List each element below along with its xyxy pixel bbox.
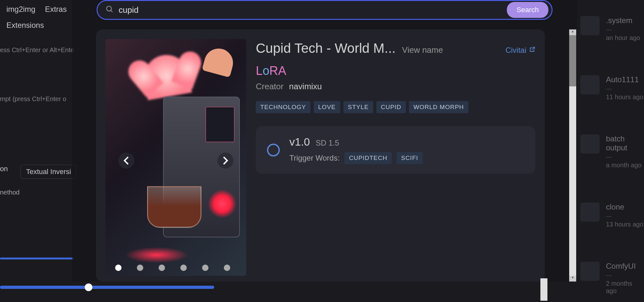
version-radio[interactable] [267,144,280,156]
carousel-dot-3[interactable] [159,265,165,271]
tag-list: TECHNOLOGY LOVE STYLE CUPID WORLD MORPH [256,101,535,113]
tag-world-morph[interactable]: WORLD MORPH [409,101,468,113]
creator-row: Creator navimixu [256,82,535,91]
image-carousel [106,39,246,276]
thumbnail [580,16,600,35]
tag-cupid[interactable]: CUPID [376,101,406,113]
thumbnail [580,134,600,154]
item-dash: — [606,272,644,279]
svg-point-0 [106,6,111,11]
carousel-dot-4[interactable] [180,265,187,271]
item-dash: — [606,26,640,33]
civitai-link[interactable]: Civitai [506,46,535,55]
item-dash: — [606,154,644,160]
sidebar-item-clone[interactable]: clone — 13 hours ago [580,203,644,228]
carousel-dot-6[interactable] [224,265,230,271]
civitai-label: Civitai [506,46,526,55]
trigger-cupidtech[interactable]: CUPIDTECH [344,152,392,164]
model-type: LoRA [256,64,535,78]
slider-1[interactable] [0,258,74,259]
tag-technology[interactable]: TECHNOLOGY [256,101,310,113]
subtab-on[interactable]: on [0,165,8,179]
right-sidebar: .system — an hour ago Auto1111 — 11 hour… [580,16,644,302]
scroll-thumb[interactable] [569,35,576,86]
slider-2-thumb[interactable] [85,283,92,291]
carousel-dot-1[interactable] [115,265,122,271]
carousel-dot-5[interactable] [202,265,208,271]
sidebar-item-system[interactable]: .system — an hour ago [580,16,644,42]
model-info: Cupid Tech - World M... View name Civita… [256,39,535,272]
version-card[interactable]: v1.0 SD 1.5 Trigger Words: CUPIDTECH SCI… [256,126,535,174]
creator-label: Creator [256,82,284,91]
item-title: clone [606,203,643,211]
prompt-hint-1: ess Ctrl+Enter or Alt+Ente [0,46,74,54]
carousel-dot-2[interactable] [137,265,143,271]
tab-extensions[interactable]: Extensions [6,21,44,30]
item-time: an hour ago [606,34,640,42]
carousel-dots [115,265,230,271]
item-title: Auto1111 [606,75,643,84]
thumbnail [580,203,600,222]
creator-name[interactable]: navimixu [289,82,322,91]
version-base-model: SD 1.5 [316,139,339,147]
search-icon [106,5,114,15]
item-time: 2 months ago [606,280,644,295]
slider-2[interactable] [0,286,214,289]
carousel-next-button[interactable] [217,153,233,169]
search-button[interactable]: Search [507,2,548,18]
item-dash: — [606,213,643,219]
scroll-down-icon[interactable]: ▼ [569,276,576,282]
item-time: a month ago [606,162,644,169]
carousel-prev-button[interactable] [118,153,134,169]
detail-scrollbar[interactable]: ▲ ▼ [569,29,576,282]
item-time: 13 hours ago [606,221,643,228]
item-title: batch output [606,134,644,152]
subtab-textual-inversion[interactable]: Textual Inversi [20,165,76,179]
external-link-icon [529,46,535,55]
sidebar-item-auto1111[interactable]: Auto1111 — 11 hours ago [580,75,644,101]
thumbnail [580,262,600,281]
prompt-hint-2: mpt (press Ctrl+Enter o [0,95,66,103]
tab-img2img[interactable]: img2img [6,5,35,14]
sidebar-item-batch-output[interactable]: batch output — a month ago [580,134,644,169]
model-detail-panel: Cupid Tech - World M... View name Civita… [96,29,545,282]
scroll-up-icon[interactable]: ▲ [569,29,576,35]
search-bar: Search [97,0,553,20]
tab-extras[interactable]: Extras [45,5,67,14]
thumbnail [580,75,600,94]
version-name: v1.0 [289,136,310,148]
search-input[interactable] [119,5,507,15]
view-name-link[interactable]: View name [402,45,443,55]
right-scrollbar[interactable] [540,278,547,301]
item-title: ComfyUI [606,262,644,271]
sidebar-item-comfyui[interactable]: ComfyUI — 2 months ago [580,262,644,295]
svg-line-1 [111,10,112,12]
item-title: .system [606,16,640,25]
model-title: Cupid Tech - World M... [256,41,396,56]
trigger-scifi[interactable]: SCIFI [397,152,423,164]
method-label: nethod [0,189,20,196]
tag-style[interactable]: STYLE [343,101,373,113]
item-time: 11 hours ago [606,93,643,101]
tag-love[interactable]: LOVE [314,101,340,113]
item-dash: — [606,85,643,92]
trigger-words-label: Trigger Words: [289,154,340,163]
